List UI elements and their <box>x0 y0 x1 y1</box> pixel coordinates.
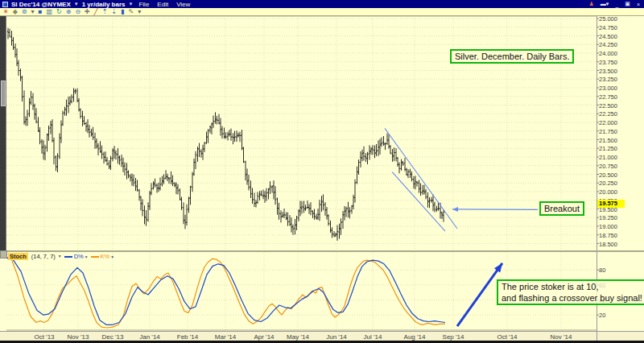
d-caret-icon[interactable]: ▾ <box>85 254 88 259</box>
month-axis-label: Nov '14 <box>551 333 572 341</box>
user-icon[interactable]: ♟ <box>588 1 596 7</box>
stoker-note-line2: and flashing a crossover buy signal! <box>502 292 642 304</box>
month-axis-label: Feb '14 <box>177 333 198 341</box>
crosshair-icon[interactable]: ✚ <box>85 9 90 15</box>
price-axis-label: 21.750 <box>599 128 617 135</box>
price-axis-label: 20.250 <box>599 180 617 187</box>
marker-icon[interactable]: ▮ <box>121 9 124 15</box>
month-axis-label: Oct '14 <box>497 333 517 341</box>
month-axis-label: Apr '14 <box>254 333 274 341</box>
left-scrollbar[interactable] <box>0 16 6 250</box>
last-price-tag: 19.575 <box>597 200 625 208</box>
price-axis-label: 21.000 <box>599 154 617 161</box>
titlebar-tools-icon[interactable]: ▬▾ <box>599 1 611 7</box>
month-axis-label: May '14 <box>287 333 309 341</box>
price-axis-label: 23.500 <box>599 68 617 75</box>
star-icon[interactable]: ✳ <box>3 9 9 15</box>
magnifier-caret-icon[interactable]: ▾ <box>31 9 35 15</box>
maximize-icon[interactable]: ▣ <box>623 1 632 7</box>
tools-caret-icon[interactable]: ▾ <box>138 9 141 15</box>
stoch-axis-label: 20 <box>599 312 605 319</box>
annotation-silver-note[interactable]: Silver. December. Daily Bars. <box>450 49 574 64</box>
price-axis-label: 22.250 <box>599 110 617 118</box>
charting-app-window: SI Dec'14 @NYMEX ▼ 1 yr/daily bars ▼ Fil… <box>0 0 644 343</box>
annotation-stoker-note[interactable]: The price stoker is at 10, and flashing … <box>497 279 644 305</box>
month-axis-label: Jun '14 <box>326 333 347 341</box>
flag-up-icon[interactable]: ⇡ <box>102 9 108 15</box>
period-caret-icon[interactable]: ▼ <box>129 2 134 6</box>
k-line-swatch-icon <box>91 256 99 258</box>
trendline-icon[interactable]: ╱ <box>94 9 98 15</box>
price-axis-label: 21.250 <box>599 145 617 152</box>
menu-view[interactable]: View <box>174 1 192 8</box>
symbol-title[interactable]: SI Dec'14 @NYMEX <box>11 1 71 8</box>
month-axis-label: Oct '13 <box>34 333 54 341</box>
price-axis-label: 19.000 <box>599 223 617 230</box>
legend-series-k[interactable]: K% ▾ <box>91 253 114 260</box>
stoch-axis-label: 80 <box>599 267 605 274</box>
grid-icon[interactable]: ■ <box>39 9 43 15</box>
zoom-in-icon[interactable]: ⊕ <box>66 9 72 15</box>
panel-splitter-handle[interactable] <box>0 250 7 258</box>
price-axis-label: 25.000 <box>599 15 617 23</box>
menu-file[interactable]: File <box>136 1 151 8</box>
month-axis-label: Jan '14 <box>139 333 160 341</box>
price-axis-label: 22.000 <box>599 119 617 126</box>
price-axis-label: 18.750 <box>599 232 617 239</box>
stoch-legend: Stoch (14, 7, 7) ▾ D% ▾ K% ▾ <box>8 252 114 260</box>
close-icon[interactable]: × <box>635 2 642 7</box>
pencil-icon[interactable]: ✎ <box>128 9 134 15</box>
stoch-caret-icon[interactable]: ▾ <box>59 254 61 258</box>
flag-down-icon[interactable]: ⇣ <box>111 9 117 15</box>
price-axis-label: 20.750 <box>599 163 617 170</box>
price-axis-label: 23.250 <box>599 76 617 83</box>
k-caret-icon[interactable]: ▾ <box>111 254 114 259</box>
refresh-icon[interactable]: ↻ <box>56 9 62 15</box>
bars-style-icon[interactable]: ▥ <box>46 9 52 15</box>
month-axis-label: Dec '13 <box>102 333 124 341</box>
stoch-params: (14, 7, 7) <box>31 253 56 260</box>
legend-series-d[interactable]: D% ▾ <box>64 253 88 260</box>
drawing-toolbar: ✳◆⊚▾■▥↻⊕⊖✚╱⇡⇣▮✎▾ <box>0 8 644 16</box>
price-axis-label: 24.500 <box>599 33 617 40</box>
month-axis-label: Nov '13 <box>68 333 89 341</box>
price-axis-label: 24.250 <box>599 41 617 48</box>
stoch-indicator-name[interactable]: Stoch <box>8 253 28 260</box>
left-scrollbar-thumb[interactable] <box>1 81 6 106</box>
price-axis-label: 23.000 <box>599 85 617 92</box>
price-axis-label: 18.500 <box>599 241 617 248</box>
stoker-note-line1: The price stoker is at 10, <box>502 281 642 292</box>
price-axis-label: 23.750 <box>599 59 617 66</box>
price-axis-label: 20.000 <box>599 188 617 196</box>
menu-edit[interactable]: Edit <box>155 1 171 8</box>
month-axis-label: Sep '14 <box>443 333 464 341</box>
price-axis-label: 19.250 <box>599 214 617 221</box>
date-axis-strip <box>0 331 644 341</box>
title-bar: SI Dec'14 @NYMEX ▼ 1 yr/daily bars ▼ Fil… <box>0 0 644 8</box>
magnifier-icon[interactable]: ⊚ <box>22 9 27 15</box>
month-axis-label: Mar '14 <box>215 333 236 341</box>
price-axis-label: 24.750 <box>599 24 617 31</box>
price-axis-label: 22.750 <box>599 93 617 101</box>
price-axis-label: 21.500 <box>599 137 617 144</box>
month-axis-label: Jul '14 <box>364 333 382 341</box>
price-axis-label: 20.500 <box>599 172 617 179</box>
app-icon <box>2 2 8 7</box>
period-selector[interactable]: 1 yr/daily bars <box>82 1 126 8</box>
zoom-out-icon[interactable]: ⊖ <box>75 9 80 15</box>
annotation-breakout[interactable]: Breakout <box>539 201 584 216</box>
symbol-caret-icon[interactable]: ▼ <box>74 2 79 6</box>
price-axis-label: 22.500 <box>599 102 617 110</box>
month-axis-label: Aug '14 <box>404 333 426 341</box>
price-axis-label: 24.000 <box>599 50 617 57</box>
d-line-swatch-icon <box>64 256 72 258</box>
minimize-icon[interactable]: _ <box>613 2 620 7</box>
pointer-icon[interactable]: ◆ <box>13 9 18 15</box>
